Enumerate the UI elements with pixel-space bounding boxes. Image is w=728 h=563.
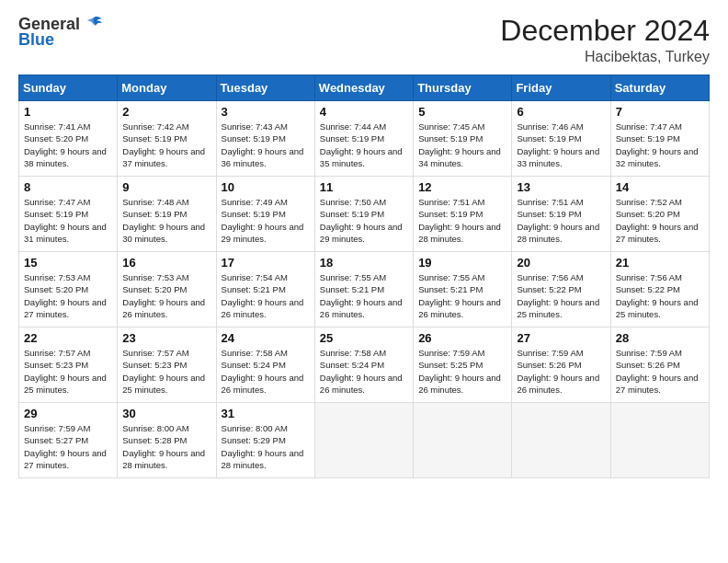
- day-number: 10: [222, 180, 310, 194]
- day-number: 17: [222, 256, 310, 270]
- day-number: 24: [222, 331, 310, 345]
- day-number: 14: [616, 180, 704, 194]
- table-row: 8Sunrise: 7:47 AMSunset: 5:19 PMDaylight…: [19, 177, 118, 252]
- day-number: 5: [418, 105, 506, 119]
- day-number: 21: [616, 256, 704, 270]
- day-number: 3: [222, 105, 310, 119]
- logo: General Blue: [18, 15, 104, 50]
- table-row: 11Sunrise: 7:50 AMSunset: 5:19 PMDayligh…: [314, 177, 413, 252]
- calendar: Sunday Monday Tuesday Wednesday Thursday…: [18, 75, 710, 478]
- day-info: Sunrise: 7:51 AMSunset: 5:19 PMDaylight:…: [418, 196, 506, 245]
- table-row: 9Sunrise: 7:48 AMSunset: 5:19 PMDaylight…: [118, 177, 216, 252]
- day-number: 31: [222, 407, 310, 420]
- table-row: 7Sunrise: 7:47 AMSunset: 5:19 PMDaylight…: [610, 101, 709, 177]
- table-row: 30Sunrise: 8:00 AMSunset: 5:28 PMDayligh…: [118, 403, 216, 478]
- table-row: 27Sunrise: 7:59 AMSunset: 5:26 PMDayligh…: [512, 327, 610, 403]
- day-info: Sunrise: 7:51 AMSunset: 5:19 PMDaylight:…: [517, 196, 605, 245]
- table-row: 1Sunrise: 7:41 AMSunset: 5:20 PMDaylight…: [19, 101, 118, 177]
- day-number: 13: [517, 180, 605, 194]
- day-info: Sunrise: 7:57 AMSunset: 5:23 PMDaylight:…: [24, 347, 112, 396]
- day-info: Sunrise: 7:43 AMSunset: 5:19 PMDaylight:…: [222, 121, 310, 169]
- table-row: [314, 403, 413, 478]
- calendar-week-row: 15Sunrise: 7:53 AMSunset: 5:20 PMDayligh…: [19, 252, 710, 327]
- day-number: 9: [122, 180, 210, 194]
- table-row: [414, 403, 512, 478]
- table-row: 26Sunrise: 7:59 AMSunset: 5:25 PMDayligh…: [414, 327, 512, 403]
- day-number: 27: [517, 331, 605, 345]
- table-row: 5Sunrise: 7:45 AMSunset: 5:19 PMDaylight…: [414, 101, 512, 177]
- day-info: Sunrise: 7:47 AMSunset: 5:19 PMDaylight:…: [616, 121, 704, 169]
- location: Hacibektas, Turkey: [500, 49, 710, 65]
- table-row: 28Sunrise: 7:59 AMSunset: 5:26 PMDayligh…: [610, 327, 709, 403]
- day-number: 18: [320, 256, 408, 270]
- table-row: 12Sunrise: 7:51 AMSunset: 5:19 PMDayligh…: [414, 177, 512, 252]
- table-row: 22Sunrise: 7:57 AMSunset: 5:23 PMDayligh…: [19, 327, 118, 403]
- col-sunday: Sunday: [19, 75, 118, 101]
- table-row: 24Sunrise: 7:58 AMSunset: 5:24 PMDayligh…: [216, 327, 314, 403]
- logo-blue: Blue: [18, 30, 54, 50]
- table-row: 31Sunrise: 8:00 AMSunset: 5:29 PMDayligh…: [216, 403, 314, 478]
- table-row: 29Sunrise: 7:59 AMSunset: 5:27 PMDayligh…: [19, 403, 118, 478]
- day-info: Sunrise: 7:53 AMSunset: 5:20 PMDaylight:…: [24, 271, 112, 320]
- calendar-week-row: 29Sunrise: 7:59 AMSunset: 5:27 PMDayligh…: [19, 403, 710, 478]
- day-number: 7: [616, 105, 704, 119]
- day-info: Sunrise: 7:58 AMSunset: 5:24 PMDaylight:…: [320, 347, 408, 396]
- calendar-week-row: 22Sunrise: 7:57 AMSunset: 5:23 PMDayligh…: [19, 327, 710, 403]
- day-info: Sunrise: 7:44 AMSunset: 5:19 PMDaylight:…: [320, 121, 408, 169]
- day-number: 22: [24, 331, 112, 345]
- calendar-week-row: 8Sunrise: 7:47 AMSunset: 5:19 PMDaylight…: [19, 177, 710, 252]
- day-info: Sunrise: 7:52 AMSunset: 5:20 PMDaylight:…: [616, 196, 704, 245]
- day-number: 6: [517, 105, 605, 119]
- table-row: 13Sunrise: 7:51 AMSunset: 5:19 PMDayligh…: [512, 177, 610, 252]
- day-info: Sunrise: 7:59 AMSunset: 5:25 PMDaylight:…: [418, 347, 506, 396]
- day-number: 11: [320, 180, 408, 194]
- table-row: 19Sunrise: 7:55 AMSunset: 5:21 PMDayligh…: [414, 252, 512, 327]
- col-thursday: Thursday: [414, 75, 512, 101]
- day-number: 16: [122, 256, 210, 270]
- col-wednesday: Wednesday: [314, 75, 413, 101]
- day-number: 20: [517, 256, 605, 270]
- day-info: Sunrise: 7:56 AMSunset: 5:22 PMDaylight:…: [616, 271, 704, 320]
- col-saturday: Saturday: [610, 75, 709, 101]
- day-info: Sunrise: 8:00 AMSunset: 5:28 PMDaylight:…: [122, 422, 210, 471]
- table-row: 25Sunrise: 7:58 AMSunset: 5:24 PMDayligh…: [314, 327, 413, 403]
- day-number: 4: [320, 105, 408, 119]
- day-info: Sunrise: 7:50 AMSunset: 5:19 PMDaylight:…: [320, 196, 408, 245]
- day-info: Sunrise: 7:58 AMSunset: 5:24 PMDaylight:…: [222, 347, 310, 396]
- col-friday: Friday: [512, 75, 610, 101]
- table-row: 10Sunrise: 7:49 AMSunset: 5:19 PMDayligh…: [216, 177, 314, 252]
- day-info: Sunrise: 7:48 AMSunset: 5:19 PMDaylight:…: [122, 196, 210, 245]
- page: General Blue December 2024 Hacibektas, T…: [0, 0, 728, 563]
- day-info: Sunrise: 7:59 AMSunset: 5:26 PMDaylight:…: [517, 347, 605, 396]
- col-tuesday: Tuesday: [216, 75, 314, 101]
- table-row: [610, 403, 709, 478]
- day-number: 30: [122, 407, 210, 420]
- calendar-header-row: Sunday Monday Tuesday Wednesday Thursday…: [19, 75, 710, 101]
- title-block: December 2024 Hacibektas, Turkey: [500, 15, 710, 65]
- day-info: Sunrise: 7:55 AMSunset: 5:21 PMDaylight:…: [418, 271, 506, 320]
- day-info: Sunrise: 7:59 AMSunset: 5:27 PMDaylight:…: [24, 422, 112, 471]
- day-info: Sunrise: 7:56 AMSunset: 5:22 PMDaylight:…: [517, 271, 605, 320]
- table-row: 21Sunrise: 7:56 AMSunset: 5:22 PMDayligh…: [610, 252, 709, 327]
- day-info: Sunrise: 7:49 AMSunset: 5:19 PMDaylight:…: [222, 196, 310, 245]
- day-info: Sunrise: 7:54 AMSunset: 5:21 PMDaylight:…: [222, 271, 310, 320]
- table-row: 14Sunrise: 7:52 AMSunset: 5:20 PMDayligh…: [610, 177, 709, 252]
- month-title: December 2024: [500, 15, 710, 47]
- table-row: 15Sunrise: 7:53 AMSunset: 5:20 PMDayligh…: [19, 252, 118, 327]
- day-number: 23: [122, 331, 210, 345]
- day-number: 2: [122, 105, 210, 119]
- day-info: Sunrise: 7:55 AMSunset: 5:21 PMDaylight:…: [320, 271, 408, 320]
- day-number: 15: [24, 256, 112, 270]
- header: General Blue December 2024 Hacibektas, T…: [18, 15, 710, 65]
- day-info: Sunrise: 7:53 AMSunset: 5:20 PMDaylight:…: [122, 271, 210, 320]
- logo-bird-icon: [84, 14, 104, 34]
- day-number: 26: [418, 331, 506, 345]
- table-row: 17Sunrise: 7:54 AMSunset: 5:21 PMDayligh…: [216, 252, 314, 327]
- table-row: 20Sunrise: 7:56 AMSunset: 5:22 PMDayligh…: [512, 252, 610, 327]
- calendar-week-row: 1Sunrise: 7:41 AMSunset: 5:20 PMDaylight…: [19, 101, 710, 177]
- day-number: 12: [418, 180, 506, 194]
- table-row: 4Sunrise: 7:44 AMSunset: 5:19 PMDaylight…: [314, 101, 413, 177]
- table-row: 3Sunrise: 7:43 AMSunset: 5:19 PMDaylight…: [216, 101, 314, 177]
- day-info: Sunrise: 7:42 AMSunset: 5:19 PMDaylight:…: [122, 121, 210, 169]
- day-info: Sunrise: 7:41 AMSunset: 5:20 PMDaylight:…: [24, 121, 112, 169]
